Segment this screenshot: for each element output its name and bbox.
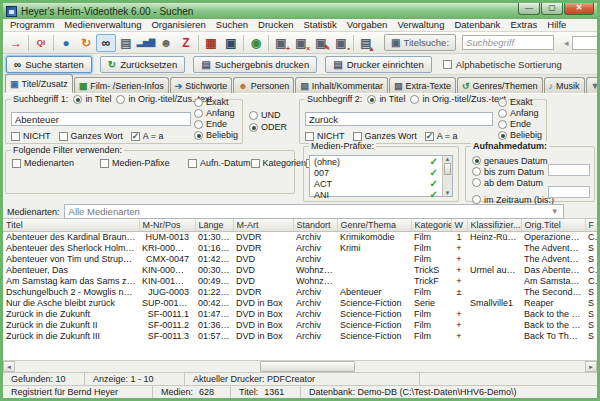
date-search-icon[interactable]: ▦ <box>201 34 221 52</box>
radio-search2-ende[interactable]: Ende <box>498 119 542 129</box>
menu-item-programm[interactable]: Programm <box>5 19 59 31</box>
radio-search2-in-orig[interactable]: in Orig.-titel/Zus.-text <box>410 94 506 104</box>
titelsuche-button[interactable]: ▣ Titelsuche: <box>384 34 456 51</box>
alphabetical-sort-checkbox-box[interactable] <box>443 60 452 69</box>
column-header-titel[interactable]: Titel <box>3 219 139 231</box>
exit-icon[interactable]: → <box>6 34 26 52</box>
menu-item-statistik[interactable]: Statistik <box>298 19 341 31</box>
table-row[interactable]: Nur die Asche bleibt zurückSUP-0010.5 / … <box>3 297 597 308</box>
scrollbar-thumb[interactable] <box>260 361 355 372</box>
search-icon[interactable]: ∞ <box>96 34 116 52</box>
alphabetical-sort-checkbox[interactable]: Alphabetische Sortierung <box>443 59 562 70</box>
search-input[interactable] <box>462 35 554 50</box>
radio-datum-ab-dem-datum[interactable]: ab dem Datum <box>472 177 554 188</box>
loan-person-icon[interactable]: ☻ <box>156 34 176 52</box>
search2-term-field[interactable] <box>305 112 493 126</box>
praefix-item-ani[interactable]: ANI✓ <box>310 189 442 200</box>
db-new-icon[interactable]: ▣+ <box>271 34 291 52</box>
search1-a-gleich-a-checkbox[interactable]: A = a <box>131 131 164 141</box>
tab-stichworte[interactable]: ➔Stichworte <box>170 77 233 93</box>
radio-search1-ende[interactable]: Ende <box>194 119 238 129</box>
db-edit-icon[interactable]: ▣✎ <box>311 34 331 52</box>
qi-logo-icon[interactable]: Qi <box>31 34 51 52</box>
menu-item-datenbank[interactable]: Datenbank <box>449 19 505 31</box>
table-row[interactable]: Abenteuer des Sherlock Holmes, DieKRI-00… <box>3 242 597 253</box>
filter-checkbox-aufn-datum[interactable]: Aufn.-Datum <box>188 157 251 169</box>
praefix-item-act[interactable]: ACT✓ <box>310 178 442 189</box>
menu-item-organisieren[interactable]: Organisieren <box>146 19 210 31</box>
column-header-kategorie[interactable]: Kategorie <box>411 219 451 231</box>
radio-search1-exakt[interactable]: Exakt <box>194 97 238 107</box>
radio-und[interactable]: UND <box>249 110 287 120</box>
tab-filter[interactable]: ▼Filter <box>586 77 600 93</box>
menu-item-suchen[interactable]: Suchen <box>211 19 253 31</box>
filter-checkbox-medienarten[interactable]: Medienarten <box>12 157 100 169</box>
medienarten-dropdown[interactable]: Alle Medienarten ▼ <box>64 204 564 219</box>
pager-page-field[interactable] <box>572 36 600 50</box>
tab-personen[interactable]: ☻Personen <box>233 77 294 93</box>
radio-search1-beliebig[interactable]: Beliebig <box>194 130 238 140</box>
praefix-item-007[interactable]: 007✓ <box>310 167 442 178</box>
tab-titel-zusatz[interactable]: ▣Titel/Zusatz <box>5 74 73 93</box>
scrollbar-track[interactable] <box>15 361 585 372</box>
radio-oder[interactable]: ODER <box>249 122 287 132</box>
filter-checkbox-medien-päfixe[interactable]: Medien-Päfixe <box>100 157 188 169</box>
table-row[interactable]: Abenteuer von Tim und Struppi: Das Ge...… <box>3 253 597 264</box>
praefix-item-ohne[interactable]: (ohne)✓ <box>310 156 442 167</box>
column-header-w[interactable]: W <box>451 219 467 231</box>
zurücksetzen-button[interactable]: ↻Zurücksetzen <box>100 56 185 73</box>
scroll-left-icon[interactable]: ◂ <box>3 361 15 372</box>
vorgaben-icon[interactable]: Z <box>176 34 196 52</box>
search1-nicht-checkbox[interactable]: NICHT <box>11 131 51 141</box>
column-header-m-nr-pos[interactable]: M-Nr/Pos <box>139 219 195 231</box>
date-to-field[interactable] <box>548 186 590 198</box>
menu-item-vorgaben[interactable]: Vorgaben <box>342 19 393 31</box>
print-icon[interactable]: ▤ <box>116 34 136 52</box>
radio-datum-bis-zum-datum[interactable]: bis zum Datum <box>472 166 554 177</box>
tab-genres-themen[interactable]: ↺Genres/Themen <box>457 77 543 93</box>
table-row[interactable]: Zurück in die Zukunft IIISF-0011.301:57:… <box>3 330 597 341</box>
menu-item-extras[interactable]: Extras <box>505 19 542 31</box>
pager-prev-icon[interactable]: ◂ <box>564 38 569 48</box>
db-save-icon[interactable]: ▣▪ <box>331 34 351 52</box>
menu-item-medienverwaltung[interactable]: Medienverwaltung <box>59 19 146 31</box>
tv-icon[interactable]: ▣ <box>221 34 241 52</box>
column-header-m-art[interactable]: M-Art <box>233 219 293 231</box>
drucker-einrichten-button[interactable]: ▤Drucker einrichten <box>325 56 432 73</box>
search2-nicht-checkbox[interactable]: NICHT <box>305 131 345 141</box>
menu-item-drucken[interactable]: Drucken <box>253 19 298 31</box>
tab-extra-texte[interactable]: ▤Extra-Texte <box>389 77 456 93</box>
column-header-klassifizier[interactable]: Klassifizier... <box>467 219 521 231</box>
horizontal-scrollbar[interactable]: ◂ ▸ <box>3 360 597 372</box>
column-header-standort[interactable]: Standort <box>293 219 337 231</box>
search1-term-field[interactable] <box>11 112 191 126</box>
db-delete-icon[interactable]: ▣× <box>291 34 311 52</box>
radio-search1-in-titel[interactable]: in Titel <box>73 94 111 104</box>
statistics-icon[interactable]: ▂▅▇ <box>136 34 156 52</box>
menu-item-hilfe[interactable]: Hilfe <box>542 19 571 31</box>
search2-a-gleich-a-checkbox[interactable]: A = a <box>425 131 458 141</box>
web-icon[interactable]: ● <box>56 34 76 52</box>
table-row[interactable]: Zurück in die ZukunftSF-0011.101:47:00DV… <box>3 308 597 319</box>
table-row[interactable]: Zurück in die Zukunft IISF-0011.201:36:0… <box>3 319 597 330</box>
table-row[interactable]: Abenteuer, DasKIN-0009 / 0300:30:00DVDWo… <box>3 264 597 275</box>
table-row[interactable]: Am Samstag kam das Sams zurückKIN-0014 /… <box>3 275 597 286</box>
radio-search2-in-titel[interactable]: in Titel <box>367 94 405 104</box>
export-print-icon[interactable]: ▤▲ <box>356 34 376 52</box>
tab-film-serien-infos[interactable]: ▦Film- /Serien-Infos <box>74 77 169 93</box>
organize-icon[interactable]: ↻ <box>76 34 96 52</box>
tab-inhalt-kommentar[interactable]: ▤Inhalt/Kommentar <box>295 77 388 93</box>
table-row[interactable]: Abenteuer des Kardinal Braun, DieHUM-001… <box>3 231 597 242</box>
praefixe-scrollbar[interactable]: ▲▼ <box>442 156 452 196</box>
radio-search2-anfang[interactable]: Anfang <box>498 108 542 118</box>
column-header-länge[interactable]: Länge <box>195 219 233 231</box>
radio-datum-genaues-datum[interactable]: genaues Datum <box>472 155 554 166</box>
search2-ganzes-wort-checkbox[interactable]: Ganzes Wort <box>353 131 417 141</box>
column-header-genre-thema[interactable]: Genre/Thema <box>337 219 411 231</box>
radio-search1-anfang[interactable]: Anfang <box>194 108 238 118</box>
minimize-button[interactable]: — <box>518 3 540 15</box>
filter-checkbox-kategorien[interactable]: Kategorien <box>251 157 307 169</box>
maximize-button[interactable]: ▢ <box>541 3 563 15</box>
suche-starten-button[interactable]: ∞Suche starten <box>6 56 92 73</box>
date-from-field[interactable] <box>548 164 590 176</box>
